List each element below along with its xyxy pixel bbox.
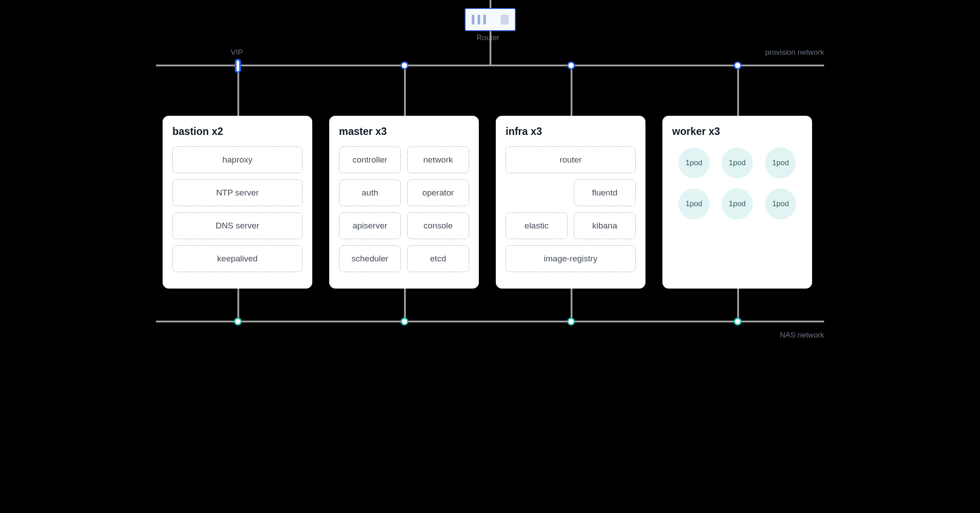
card-bastion-title: bastion x2 — [172, 126, 302, 138]
chip-apiserver: apiserver — [339, 212, 401, 239]
chip-image-registry: image-registry — [506, 245, 636, 272]
node-teal-infra — [567, 318, 575, 326]
chip-kibana: kibana — [574, 212, 636, 239]
chip-scheduler: scheduler — [339, 245, 401, 272]
nas-bus-line — [156, 321, 824, 322]
chip-network: network — [407, 147, 469, 173]
pod-1: 1pod — [678, 147, 710, 179]
chip-fluentd: fluentd — [574, 179, 636, 206]
node-blue-master — [400, 61, 408, 69]
node-blue-worker — [734, 61, 742, 69]
drop-worker-teal — [737, 289, 739, 322]
chip-auth: auth — [339, 179, 401, 206]
card-master-title: master x3 — [339, 126, 469, 138]
chip-router: router — [506, 147, 636, 173]
card-infra: infra x3 router fluentd elastic kibana i… — [496, 116, 645, 289]
drop-infra-teal — [571, 289, 572, 322]
card-bastion: bastion x2 haproxy NTP server DNS server… — [163, 116, 312, 289]
pod-6: 1pod — [765, 188, 796, 220]
node-teal-worker — [734, 318, 742, 326]
pod-5: 1pod — [722, 188, 753, 220]
diagram-stage: Router VIP provision network NAS network… — [156, 0, 824, 350]
chip-keepalived: keepalived — [172, 245, 302, 272]
node-teal-master — [400, 318, 408, 326]
router-label: Router — [477, 33, 499, 42]
pod-4: 1pod — [678, 188, 710, 220]
router-icon — [465, 8, 516, 31]
chip-etcd: etcd — [407, 245, 469, 272]
drop-master-teal — [404, 289, 406, 322]
card-worker: worker x3 1pod 1pod 1pod 1pod 1pod 1pod — [662, 116, 812, 289]
chip-dns-server: DNS server — [172, 212, 302, 239]
card-master: master x3 controller network auth operat… — [329, 116, 479, 289]
vip-marker-icon — [235, 59, 241, 73]
card-worker-title: worker x3 — [672, 126, 802, 138]
pod-2: 1pod — [722, 147, 753, 179]
card-infra-title: infra x3 — [506, 126, 636, 138]
chip-ntp-server: NTP server — [172, 179, 302, 206]
drop-infra-blue — [571, 65, 572, 116]
drop-bastion-teal — [237, 289, 239, 322]
router-downlink-line — [490, 31, 491, 65]
provision-network-label: provision network — [765, 48, 824, 57]
vip-label: VIP — [231, 48, 243, 57]
pod-3: 1pod — [765, 147, 796, 179]
chip-controller: controller — [339, 147, 401, 173]
chip-operator: operator — [407, 179, 469, 206]
drop-master-blue — [404, 65, 406, 116]
nas-network-label: NAS network — [780, 331, 824, 340]
chip-console: console — [407, 212, 469, 239]
node-teal-bastion — [234, 318, 242, 326]
chip-elastic: elastic — [506, 212, 568, 239]
node-blue-infra — [567, 61, 575, 69]
chip-haproxy: haproxy — [172, 147, 302, 173]
router-uplink-line — [490, 0, 491, 8]
drop-worker-blue — [737, 65, 739, 116]
